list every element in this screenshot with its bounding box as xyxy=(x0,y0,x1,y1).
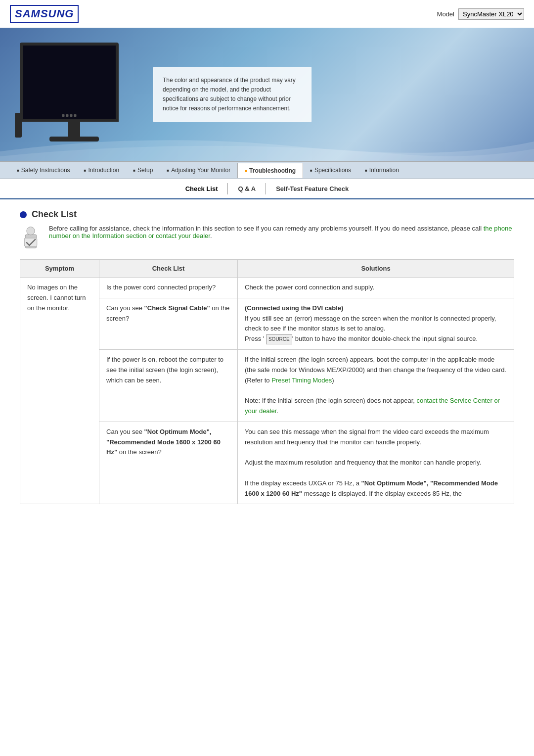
monitor-buttons xyxy=(62,114,77,117)
col-header-checklist: Check List xyxy=(99,260,238,278)
checklist-cell-4: Can you see "Not Optimum Mode", "Recomme… xyxy=(99,422,238,504)
checklist-bold-mode: "Not Optimum Mode", "Recommended Mode 16… xyxy=(106,428,221,456)
desc-part1: Before calling for assistance, check the… xyxy=(49,225,484,232)
banner: The color and appearance of the product … xyxy=(0,28,534,161)
checklist-cell-2: Can you see "Check Signal Cable" on the … xyxy=(99,298,238,349)
table-row: No images on the screen. I cannot turn o… xyxy=(20,278,514,298)
solutions-cell-3: If the initial screen (the login screen)… xyxy=(238,349,514,422)
svg-point-1 xyxy=(27,227,35,235)
solutions-bold-mode: "Not Optimum Mode", "Recommended Mode 16… xyxy=(245,479,498,497)
solutions-bold: (Connected using the DVI cable) xyxy=(245,304,343,312)
tab-specifications[interactable]: Specifications xyxy=(303,163,358,178)
tab-information[interactable]: Information xyxy=(358,163,406,178)
checklist-bold: "Check Signal Cable" xyxy=(144,304,210,312)
person-icon xyxy=(20,225,42,249)
monitor-screen-frame xyxy=(20,43,119,122)
sub-nav-checklist[interactable]: Check List xyxy=(176,183,228,194)
samsung-logo: SAMSUNG xyxy=(10,5,79,23)
main-content: Check List Before calling for assistance… xyxy=(0,199,534,514)
sub-nav-qa[interactable]: Q & A xyxy=(228,183,266,194)
banner-decoration xyxy=(0,127,534,161)
checklist-cell-1: Is the power cord connected properly? xyxy=(99,278,238,298)
solutions-cell-2: (Connected using the DVI cable) If you s… xyxy=(238,298,514,349)
symptom-cell-1: No images on the screen. I cannot turn o… xyxy=(20,278,99,504)
col-header-symptom: Symptom xyxy=(20,260,99,278)
header: SAMSUNG Model SyncMaster XL20 xyxy=(0,0,534,28)
tab-adjusting[interactable]: Adjusting Your Monitor xyxy=(160,163,237,178)
banner-text-box: The color and appearance of the product … xyxy=(153,67,312,122)
sub-nav-selftest[interactable]: Self-Test Feature Check xyxy=(266,183,358,194)
monitor-screen xyxy=(23,46,116,119)
tab-safety[interactable]: Safety Instructions xyxy=(10,163,77,178)
desc-part2: . xyxy=(210,232,212,239)
source-button-icon: SOURCE xyxy=(266,334,292,344)
section-title-row: Check List xyxy=(20,209,514,220)
model-label: Model xyxy=(437,10,454,18)
tab-setup[interactable]: Setup xyxy=(126,163,160,178)
banner-description: The color and appearance of the product … xyxy=(163,77,296,112)
solutions-cell-1: Check the power cord connection and supp… xyxy=(238,278,514,298)
checklist-cell-3: If the power is on, reboot the computer … xyxy=(99,349,238,422)
tab-introduction[interactable]: Introduction xyxy=(77,163,127,178)
tab-troubleshooting[interactable]: Troubleshooting xyxy=(237,163,303,178)
col-header-solutions: Solutions xyxy=(238,260,514,278)
section-title: Check List xyxy=(32,209,77,220)
model-selector: Model SyncMaster XL20 xyxy=(437,8,524,20)
model-dropdown[interactable]: SyncMaster XL20 xyxy=(458,8,524,20)
section-description: Before calling for assistance, check the… xyxy=(20,225,514,249)
sub-nav: Check List Q & A Self-Test Feature Check xyxy=(0,179,534,199)
section-dot-icon xyxy=(20,211,27,218)
service-center-link[interactable]: contact the Service Center or your deale… xyxy=(245,397,500,415)
description-text: Before calling for assistance, check the… xyxy=(49,225,514,239)
check-table: Symptom Check List Solutions No images o… xyxy=(20,259,514,504)
nav-tabs: Safety Instructions Introduction Setup A… xyxy=(0,161,534,179)
preset-timing-link[interactable]: Preset Timing Modes xyxy=(271,377,332,384)
solutions-cell-4: You can see this message when the signal… xyxy=(238,422,514,504)
